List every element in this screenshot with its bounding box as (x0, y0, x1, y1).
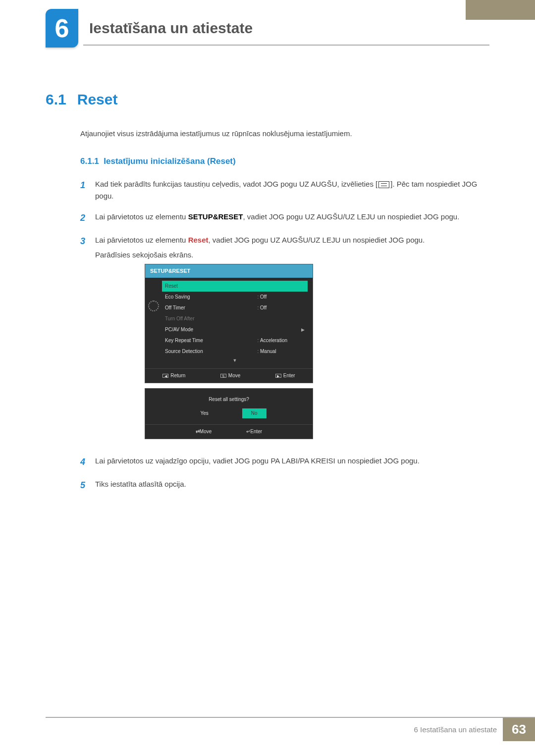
step-body: Lai pārvietotos uz elementu SETUP&RESET,… (95, 211, 489, 225)
page-footer: 6 Iestatīšana un atiestate 63 (46, 717, 535, 741)
section-intro: Atjaunojiet visus izstrādājuma iestatīju… (80, 128, 489, 140)
chevron-right-icon: ▶ (301, 326, 305, 333)
step-4: 4 Lai pārvietotos uz vajadzīgo opciju, v… (80, 455, 489, 469)
osd-row-turnoff: Turn Off After (162, 313, 308, 324)
osd-row-eco: Eco Saving:Off (162, 292, 308, 302)
step-2: 2 Lai pārvietotos uz elementu SETUP&RESE… (80, 211, 489, 225)
page-number: 63 (503, 718, 535, 741)
menu-icon (378, 181, 389, 188)
confirm-question: Reset all settings? (145, 389, 313, 408)
enter-icon: ▶ (275, 374, 281, 378)
section-heading: 6.1 Reset (46, 91, 489, 108)
subsection-title: Iestatījumu inicializēšana (Reset) (104, 156, 235, 166)
footer-text: 6 Iestatīšana un atiestate (414, 725, 503, 734)
osd-title: SETUP&RESET (145, 264, 313, 278)
osd-confirm-footer: ⇄Move ↵Enter (145, 424, 313, 439)
section-title: Reset (77, 91, 118, 108)
step-body: Tiks iestatīta atlasītā opcija. (95, 478, 489, 493)
osd-row-pcav: PC/AV Mode▶ (162, 324, 308, 335)
osd-confirm: Reset all settings? Yes No ⇄Move ↵Enter (145, 388, 313, 439)
chevron-down-icon: ▼ (162, 357, 308, 366)
subsection-number: 6.1.1 (80, 156, 99, 166)
step-number: 4 (80, 455, 87, 469)
subsection-heading: 6.1.1 Iestatījumu inicializēšana (Reset) (80, 156, 489, 166)
move-icon: ⇄ (196, 429, 200, 434)
step-1: 1 Kad tiek parādīts funkcijas taustiņu c… (80, 178, 489, 202)
return-icon: ◀ (162, 374, 168, 378)
step-5: 5 Tiks iestatīta atlasītā opcija. (80, 478, 489, 493)
confirm-yes: Yes (191, 408, 217, 418)
step-number: 3 (80, 234, 87, 446)
step-body: Kad tiek parādīts funkcijas taustiņu ceļ… (95, 178, 489, 202)
osd-row-reset: Reset (162, 281, 308, 292)
osd-row-offtimer: Off Timer:Off (162, 302, 308, 313)
osd-menu: SETUP&RESET Reset Eco Saving:Off Off Tim… (145, 264, 313, 383)
chapter-badge: 6 (46, 9, 78, 48)
section-number: 6.1 (46, 91, 66, 108)
osd-row-keyrepeat: Key Repeat Time:Acceleration (162, 335, 308, 346)
gear-icon (148, 301, 159, 311)
step-number: 5 (80, 478, 87, 493)
step-number: 1 (80, 178, 87, 202)
osd-footer: ◀Return ⇅Move ▶Enter (145, 368, 313, 383)
step-3: 3 Lai pārvietotos uz elementu Reset, vad… (80, 234, 489, 446)
osd-row-source: Source Detection:Manual (162, 346, 308, 357)
confirm-no: No (242, 408, 267, 418)
chapter-title: Iestatīšana un atiestate (89, 20, 253, 37)
step-number: 2 (80, 211, 87, 225)
move-icon: ⇅ (220, 374, 226, 378)
step-body: Lai pārvietotos uz elementu Reset, vadie… (95, 234, 489, 446)
step-body: Lai pārvietotos uz vajadzīgo opciju, vad… (95, 455, 489, 469)
chapter-header: 6 Iestatīšana un atiestate (46, 9, 535, 48)
